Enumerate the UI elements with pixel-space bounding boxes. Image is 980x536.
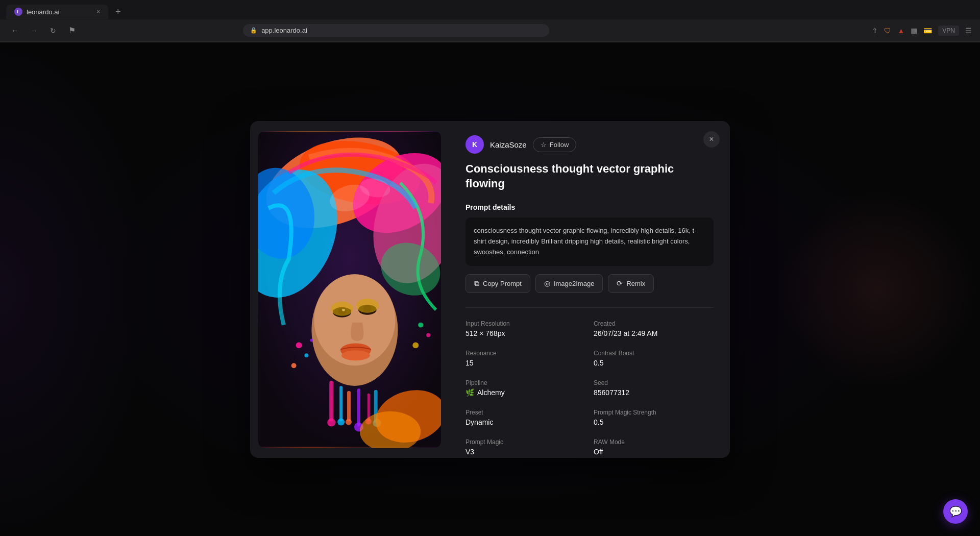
svg-point-38 [426,333,430,337]
preset-item: Preset Dynamic [465,409,585,426]
prompt-section-label: Prompt details [465,203,714,211]
prompt-magic-strength-value: 0.5 [594,418,714,426]
image-title: Consciousness thought vector graphic flo… [465,162,714,191]
modal-close-button[interactable]: × [703,131,720,148]
tab-close-button[interactable]: × [96,8,100,15]
metadata-grid: Input Resolution 512 × 768px Created 26/… [465,320,714,456]
reading-view-icon[interactable]: ▦ [911,27,917,35]
input-resolution-item: Input Resolution 512 × 768px [465,320,585,337]
preset-label: Preset [465,409,585,416]
author-row: K KaizaSoze ☆ Follow [465,135,714,154]
svg-rect-20 [339,386,342,422]
svg-point-16 [356,299,379,313]
alert-icon[interactable]: ▲ [897,27,904,35]
author-avatar: K [465,135,484,154]
reload-button[interactable]: ↻ [47,25,59,37]
browser-chrome: L leonardo.ai × + ← → ↻ ⚑ 🔒 app.leonardo… [0,0,980,42]
art-svg [258,131,441,448]
prompt-magic-value: V3 [465,448,585,456]
resonance-item: Resonance 15 [465,350,585,367]
created-value: 26/07/23 at 2:49 AM [594,329,714,337]
seed-label: Seed [594,379,714,386]
pipeline-value-row: 🌿 Alchemy [465,388,585,397]
svg-point-37 [418,323,423,328]
follow-star-icon: ☆ [541,141,547,149]
svg-point-39 [412,342,419,348]
copy-prompt-button[interactable]: ⧉ Copy Prompt [465,274,530,293]
svg-point-34 [304,353,308,357]
raw-mode-item: RAW Mode Off [594,438,714,456]
share-icon[interactable]: ⇧ [872,27,878,35]
resonance-value: 15 [465,359,585,367]
preset-value: Dynamic [465,418,585,426]
bookmark-button[interactable]: ⚑ [65,23,79,37]
address-text: app.leonardo.ai [261,27,307,34]
main-content: ‹ [0,42,980,536]
svg-rect-19 [329,381,333,422]
svg-point-26 [337,419,345,426]
contrast-boost-label: Contrast Boost [594,350,714,357]
svg-rect-22 [357,388,360,427]
contrast-boost-value: 0.5 [594,359,714,367]
seed-value: 856077312 [594,388,714,397]
lock-icon: 🔒 [250,27,257,34]
tab-label: leonardo.ai [27,8,59,16]
tab-favicon: L [14,8,22,16]
pipeline-label: Pipeline [465,379,585,386]
resonance-label: Resonance [465,350,585,357]
svg-point-25 [327,419,335,427]
action-buttons: ⧉ Copy Prompt ◎ Image2Image ⟳ Remix [465,274,714,293]
follow-button[interactable]: ☆ Follow [533,137,577,152]
svg-point-27 [346,419,352,425]
svg-point-15 [331,302,353,316]
vpn-badge[interactable]: VPN [938,26,959,36]
svg-point-36 [310,338,313,342]
pipeline-item: Pipeline 🌿 Alchemy [465,379,585,397]
remix-icon: ⟳ [617,279,623,287]
svg-point-35 [291,363,297,368]
pipeline-value: Alchemy [477,388,505,397]
prompt-magic-strength-item: Prompt Magic Strength 0.5 [594,409,714,426]
alchemy-icon: 🌿 [465,388,474,397]
author-name: KaizaSoze [490,140,527,149]
tab-bar: L leonardo.ai × + [0,0,980,19]
input-resolution-label: Input Resolution [465,320,585,327]
artwork-image [258,131,441,448]
raw-mode-label: RAW Mode [594,438,714,446]
modal-overlay: ‹ [0,42,980,536]
wallet-icon[interactable]: 💳 [923,27,932,35]
svg-rect-21 [347,391,351,422]
new-tab-button[interactable]: + [112,7,124,17]
art-canvas [258,131,441,448]
prompt-text-box: consciousness thought vector graphic flo… [465,217,714,265]
modal-dialog: ‹ [250,121,730,458]
input-resolution-value: 512 × 768px [465,329,585,337]
follow-label: Follow [550,141,569,149]
prompt-magic-label: Prompt Magic [465,438,585,446]
seed-item: Seed 856077312 [594,379,714,397]
prompt-magic-item: Prompt Magic V3 [465,438,585,456]
back-button[interactable]: ← [8,25,21,37]
address-bar[interactable]: 🔒 app.leonardo.ai [243,24,549,37]
created-item: Created 26/07/23 at 2:49 AM [594,320,714,337]
modal-image-panel [250,121,449,458]
divider-1 [465,307,714,308]
active-tab[interactable]: L leonardo.ai × [6,5,108,19]
raw-mode-value: Off [594,448,714,456]
chat-icon: 💬 [949,505,962,518]
remix-button[interactable]: ⟳ Remix [608,274,654,293]
contrast-boost-item: Contrast Boost 0.5 [594,350,714,367]
image2image-button[interactable]: ◎ Image2Image [535,274,603,293]
copy-prompt-label: Copy Prompt [483,280,522,287]
forward-button[interactable]: → [28,25,41,37]
svg-point-33 [296,342,302,348]
image2image-icon: ◎ [544,279,550,287]
chat-button[interactable]: 💬 [943,499,968,524]
browser-nav-icons: ⇧ 🛡 ▲ ▦ 💳 VPN ☰ [872,26,972,36]
menu-icon[interactable]: ☰ [965,27,972,35]
remix-label: Remix [626,280,645,287]
shield-icon[interactable]: 🛡 [884,27,891,35]
svg-point-18 [341,350,370,360]
nav-bar: ← → ↻ ⚑ 🔒 app.leonardo.ai ⇧ 🛡 ▲ ▦ 💳 VPN … [0,19,980,42]
created-label: Created [594,320,714,327]
